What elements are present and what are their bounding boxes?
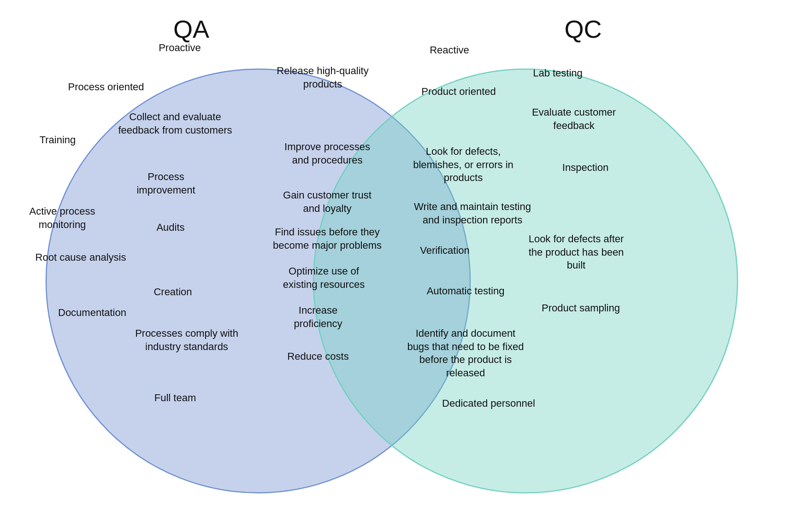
- qa-root-cause: Root cause analysis: [28, 251, 134, 264]
- qc-reactive: Reactive: [415, 44, 484, 57]
- qa-documentation: Documentation: [46, 306, 138, 320]
- qa-training: Training: [28, 134, 88, 147]
- qa-fullteam: Full team: [143, 392, 207, 405]
- int-find: Find issues before they become major pro…: [272, 226, 383, 252]
- qa-collect: Collect and evaluate feedback from custo…: [115, 111, 235, 137]
- qc-dedicated: Dedicated personnel: [438, 397, 539, 410]
- svg-point-1: [313, 69, 738, 493]
- qa-audits: Audits: [143, 221, 198, 234]
- int-increase: Increase proficiency: [277, 304, 360, 330]
- qa-creation: Creation: [143, 286, 203, 299]
- qc-lab-testing: Lab testing: [521, 67, 595, 80]
- qc-look-defects: Look for defects, blemishes, or errors i…: [406, 145, 521, 185]
- int-gain: Gain customer trust and loyalty: [281, 189, 373, 215]
- qc-eval-customer: Evaluate customer feedback: [521, 106, 627, 132]
- qa-comply: Processes comply with industry standards: [129, 327, 244, 353]
- int-release: Release high-quality products: [277, 64, 369, 91]
- int-optimize: Optimize use of existing resources: [274, 265, 373, 291]
- qa-process-improvement: Process improvement: [124, 170, 207, 197]
- qa-proactive: Proactive: [143, 41, 217, 55]
- qc-look-after: Look for defects after the product has b…: [521, 233, 632, 272]
- qc-title: QC: [509, 13, 657, 45]
- qa-process-oriented: Process oriented: [60, 81, 152, 94]
- int-reduce: Reduce costs: [286, 350, 350, 363]
- qc-verification: Verification: [406, 244, 484, 257]
- qc-product-sampling: Product sampling: [535, 302, 627, 315]
- qc-automatic: Automatic testing: [415, 285, 516, 298]
- qc-write-testing: Write and maintain testing and inspectio…: [410, 200, 535, 227]
- qa-active-process: Active process monitoring: [14, 205, 111, 231]
- qc-product-oriented: Product oriented: [413, 85, 505, 99]
- int-improve: Improve processes and procedures: [277, 140, 378, 167]
- qc-inspection: Inspection: [549, 161, 622, 175]
- qc-identify: Identify and document bugs that need to …: [403, 327, 528, 380]
- qa-title: QA: [118, 13, 265, 45]
